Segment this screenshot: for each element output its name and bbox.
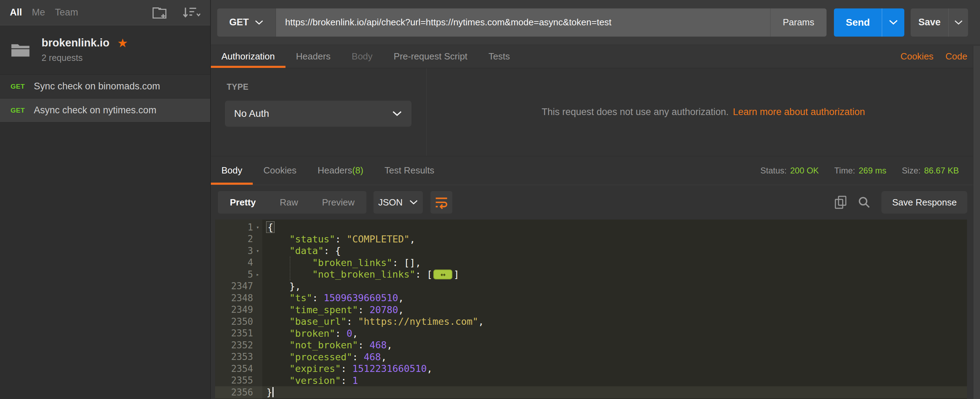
fold-toggle-icon[interactable]: ▾	[253, 224, 262, 230]
code-link[interactable]: Code	[945, 51, 967, 62]
main-panel: GET Params Send Save	[211, 0, 980, 399]
line-code: "expires": 1512231660510,	[262, 363, 432, 374]
tab-headers[interactable]: Headers	[285, 45, 341, 68]
sidebar-filter-tab-team[interactable]: Team	[55, 7, 78, 18]
sidebar-filter-tab-all[interactable]: All	[10, 7, 22, 18]
tab-pre-request-script[interactable]: Pre-request Script	[383, 45, 478, 68]
vertical-scrollbar[interactable]	[973, 46, 980, 399]
response-tab-test-results[interactable]: Test Results	[374, 156, 445, 185]
token: 468	[370, 340, 387, 350]
token: 20780	[370, 304, 398, 315]
response-tab-cookies[interactable]: Cookies	[253, 156, 307, 185]
editor-line: 2348 "ts": 1509639660510,	[215, 292, 967, 304]
line-gutter: 2350	[215, 316, 262, 327]
editor-line: 2354 "expires": 1512231660510,	[215, 363, 967, 375]
token: 1509639660510	[324, 292, 398, 303]
line-gutter: 2354	[215, 363, 262, 375]
view-mode-preview[interactable]: Preview	[310, 191, 366, 214]
send-options-chevron-icon[interactable]	[882, 19, 904, 25]
request-url-bar: GET Params Send Save	[211, 0, 980, 45]
response-meta: Status:200 OKTime:269 msSize:86.67 KB	[760, 156, 980, 185]
chevron-down-icon	[392, 110, 402, 117]
indent	[266, 316, 290, 327]
token: "status"	[290, 234, 335, 245]
collection-name: brokenlink.io	[41, 37, 110, 49]
response-tab-headers[interactable]: Headers (8)	[307, 156, 374, 185]
indent	[266, 304, 290, 315]
editor-lines: 1▾{2 "status": "COMPLETED",3▾ "data": {4…	[215, 219, 967, 398]
authorization-panel: TYPE No Auth This request does not use a…	[211, 68, 980, 156]
language-dropdown[interactable]: JSON	[374, 191, 423, 214]
request-list: GETSync check on binomads.comGETAsync ch…	[0, 75, 210, 122]
favorite-star-icon[interactable]: ★	[117, 37, 128, 49]
save-label: Save	[911, 17, 948, 28]
auth-type-column: TYPE No Auth	[211, 68, 426, 156]
line-code: {	[262, 222, 274, 232]
line-number: 2353	[231, 351, 253, 362]
editor-line: 2355 "version": 1	[215, 375, 967, 387]
line-number: 2	[247, 234, 253, 244]
token: :	[341, 375, 352, 386]
indent	[266, 292, 290, 303]
collapsed-array-pill[interactable]: ↔	[433, 270, 452, 279]
token: : [	[415, 269, 433, 280]
save-button[interactable]: Save	[911, 8, 968, 37]
cookies-link[interactable]: Cookies	[900, 51, 934, 62]
wrap-text-button[interactable]	[431, 191, 452, 214]
token: "data"	[290, 245, 324, 256]
sidebar-filter-tab-me[interactable]: Me	[32, 7, 45, 18]
tab-body[interactable]: Body	[341, 45, 383, 68]
new-folder-icon[interactable]	[152, 5, 168, 20]
auth-learn-more-link[interactable]: Learn more about authorization	[733, 107, 865, 118]
token: 468	[364, 351, 381, 362]
token: ,	[398, 292, 404, 303]
line-code: "time_spent": 20780,	[262, 304, 404, 315]
request-list-item[interactable]: GETSync check on binomads.com	[0, 75, 210, 99]
text-cursor	[272, 387, 274, 397]
send-button[interactable]: Send	[834, 8, 904, 37]
indent	[266, 375, 290, 386]
token: :	[347, 316, 358, 327]
editor-line: 3▾ "data": {	[215, 245, 967, 257]
token: "time_spent"	[290, 304, 358, 315]
save-options-chevron-icon[interactable]	[949, 20, 968, 25]
line-gutter: 2347	[215, 280, 262, 292]
editor-line: 1▾{	[215, 221, 967, 233]
response-body-editor[interactable]: 1▾{2 "status": "COMPLETED",3▾ "data": {4…	[215, 219, 967, 399]
token: ,	[352, 328, 358, 339]
search-icon[interactable]	[858, 196, 871, 209]
save-response-button[interactable]: Save Response	[881, 191, 967, 214]
response-tab-body[interactable]: Body	[211, 156, 253, 185]
line-code: "base_url": "https://nytimes.com",	[262, 316, 484, 327]
token: "not_broken"	[290, 340, 358, 350]
headers-count-badge: (8)	[352, 165, 363, 176]
token: :	[358, 304, 370, 315]
view-mode-raw[interactable]: Raw	[268, 191, 310, 214]
url-input[interactable]	[276, 8, 770, 37]
fold-toggle-icon[interactable]: ▾	[253, 248, 262, 254]
request-list-item[interactable]: GETAsync check on nytimes.com	[0, 99, 210, 122]
request-name: Async check on nytimes.com	[34, 105, 156, 116]
fold-toggle-icon[interactable]: ▸	[253, 271, 262, 278]
view-mode-pretty[interactable]: Pretty	[218, 191, 268, 214]
tab-authorization[interactable]: Authorization	[211, 45, 285, 68]
line-number: 2352	[231, 340, 253, 350]
sidebar-header: AllMeTeam	[0, 0, 210, 25]
token: "expires"	[290, 363, 341, 374]
token: "version"	[290, 375, 341, 386]
params-button[interactable]: Params	[770, 8, 827, 37]
collection-item[interactable]: brokenlink.io ★ 2 requests	[0, 25, 210, 75]
tab-tests[interactable]: Tests	[478, 45, 520, 68]
line-code: "not_broken_links": [↔]	[262, 269, 460, 280]
auth-type-select[interactable]: No Auth	[225, 101, 412, 127]
copy-icon[interactable]	[834, 195, 847, 209]
line-number: 2356	[231, 387, 253, 397]
line-number: 2355	[231, 375, 253, 386]
line-number: 2348	[231, 293, 253, 303]
meta-value: 86.67 KB	[924, 166, 959, 176]
language-value: JSON	[379, 197, 403, 208]
response-tabs-list: BodyCookiesHeaders (8)Test Results	[211, 156, 445, 185]
line-number: 2349	[231, 304, 253, 315]
method-dropdown[interactable]: GET	[217, 8, 276, 37]
sort-icon[interactable]	[182, 6, 200, 20]
